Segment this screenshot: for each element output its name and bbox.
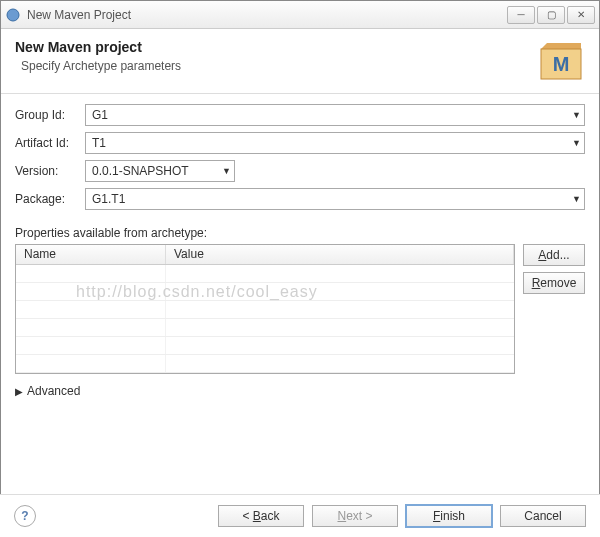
table-row[interactable] — [16, 355, 514, 373]
column-name[interactable]: Name — [16, 245, 166, 264]
finish-button[interactable]: Finish — [406, 505, 492, 527]
artifact-id-label: Artifact Id: — [15, 136, 85, 150]
titlebar: New Maven Project ─ ▢ ✕ — [1, 1, 599, 29]
svg-point-0 — [7, 9, 19, 21]
package-label: Package: — [15, 192, 85, 206]
advanced-label: Advanced — [27, 384, 80, 398]
cancel-button[interactable]: Cancel — [500, 505, 586, 527]
maven-icon: M — [537, 39, 585, 83]
version-field[interactable] — [85, 160, 235, 182]
properties-area: Name Value http://blog.csdn.net/cool_eas… — [1, 244, 599, 374]
group-id-field[interactable] — [85, 104, 585, 126]
advanced-expander[interactable]: ▶ Advanced — [1, 374, 599, 402]
watermark-text: http://blog.csdn.net/cool_easy — [76, 283, 318, 301]
table-row[interactable] — [16, 319, 514, 337]
window-controls: ─ ▢ ✕ — [507, 6, 595, 24]
maximize-button[interactable]: ▢ — [537, 6, 565, 24]
table-header: Name Value — [16, 245, 514, 265]
page-title: New Maven project — [15, 39, 527, 55]
artifact-id-field[interactable] — [85, 132, 585, 154]
form-area: Group Id: ▼ Artifact Id: ▼ Version: ▼ Pa… — [1, 94, 599, 220]
table-row[interactable] — [16, 337, 514, 355]
package-field[interactable] — [85, 188, 585, 210]
app-icon — [5, 7, 21, 23]
table-row[interactable] — [16, 265, 514, 283]
add-button[interactable]: Add... — [523, 244, 585, 266]
triangle-right-icon: ▶ — [15, 386, 23, 397]
dialog-footer: ? < Back Next > Finish Cancel — [0, 494, 600, 537]
close-button[interactable]: ✕ — [567, 6, 595, 24]
next-button: Next > — [312, 505, 398, 527]
help-button[interactable]: ? — [14, 505, 36, 527]
table-row[interactable] — [16, 301, 514, 319]
column-value[interactable]: Value — [166, 245, 514, 264]
properties-table[interactable]: Name Value http://blog.csdn.net/cool_eas… — [15, 244, 515, 374]
minimize-button[interactable]: ─ — [507, 6, 535, 24]
properties-label: Properties available from archetype: — [15, 226, 585, 240]
version-label: Version: — [15, 164, 85, 178]
page-subtitle: Specify Archetype parameters — [21, 59, 527, 73]
dialog-header: New Maven project Specify Archetype para… — [1, 29, 599, 94]
remove-button[interactable]: Remove — [523, 272, 585, 294]
back-button[interactable]: < Back — [218, 505, 304, 527]
svg-text:M: M — [553, 53, 570, 75]
group-id-label: Group Id: — [15, 108, 85, 122]
window-title: New Maven Project — [27, 8, 507, 22]
